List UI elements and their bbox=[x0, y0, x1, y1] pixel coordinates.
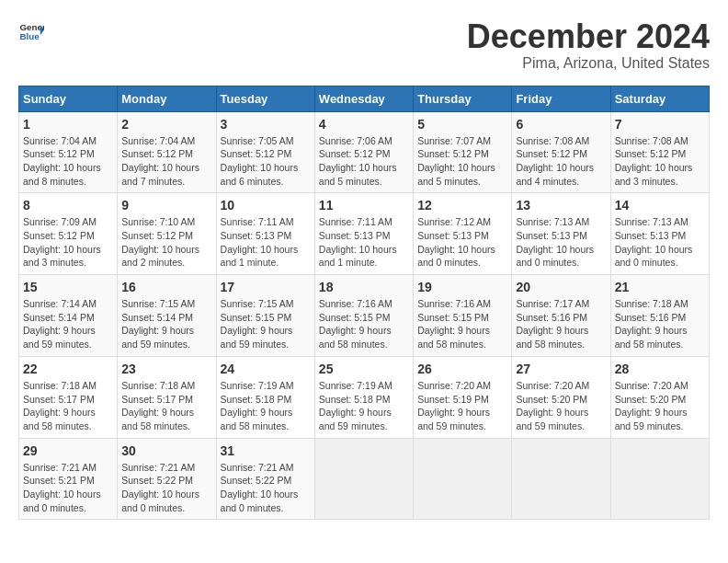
day-info: Sunrise: 7:19 AMSunset: 5:18 PMDaylight:… bbox=[319, 379, 409, 433]
day-info: Sunrise: 7:19 AMSunset: 5:18 PMDaylight:… bbox=[221, 379, 311, 433]
day-info: Sunrise: 7:21 AMSunset: 5:22 PMDaylight:… bbox=[221, 461, 311, 515]
table-row: 9Sunrise: 7:10 AMSunset: 5:12 PMDaylight… bbox=[118, 193, 216, 275]
day-info: Sunrise: 7:18 AMSunset: 5:17 PMDaylight:… bbox=[121, 379, 211, 433]
calendar-week-row: 15Sunrise: 7:14 AMSunset: 5:14 PMDayligh… bbox=[19, 275, 710, 357]
day-info: Sunrise: 7:13 AMSunset: 5:13 PMDaylight:… bbox=[615, 215, 705, 270]
table-row: 2Sunrise: 7:04 AMSunset: 5:12 PMDaylight… bbox=[118, 111, 216, 193]
calendar-week-row: 8Sunrise: 7:09 AMSunset: 5:12 PMDaylight… bbox=[19, 193, 710, 275]
table-row: 19Sunrise: 7:16 AMSunset: 5:15 PMDayligh… bbox=[414, 275, 512, 357]
calendar-table: Sunday Monday Tuesday Wednesday Thursday… bbox=[18, 86, 710, 521]
table-row: 14Sunrise: 7:13 AMSunset: 5:13 PMDayligh… bbox=[610, 193, 709, 275]
day-info: Sunrise: 7:21 AMSunset: 5:22 PMDaylight:… bbox=[121, 461, 211, 515]
location-subtitle: Pima, Arizona, United States bbox=[467, 55, 710, 72]
header: General Blue December 2024 Pima, Arizona… bbox=[18, 18, 710, 72]
day-number: 20 bbox=[516, 280, 606, 294]
day-number: 14 bbox=[615, 198, 705, 213]
header-sunday: Sunday bbox=[19, 86, 118, 111]
month-title: December 2024 bbox=[467, 18, 710, 55]
day-info: Sunrise: 7:08 AMSunset: 5:12 PMDaylight:… bbox=[516, 134, 606, 189]
header-thursday: Thursday bbox=[414, 86, 512, 111]
day-number: 26 bbox=[417, 362, 507, 376]
header-saturday: Saturday bbox=[610, 86, 709, 111]
day-info: Sunrise: 7:06 AMSunset: 5:12 PMDaylight:… bbox=[319, 134, 409, 189]
day-info: Sunrise: 7:11 AMSunset: 5:13 PMDaylight:… bbox=[319, 215, 409, 270]
table-row: 12Sunrise: 7:12 AMSunset: 5:13 PMDayligh… bbox=[414, 193, 512, 275]
table-row: 7Sunrise: 7:08 AMSunset: 5:12 PMDaylight… bbox=[610, 111, 709, 193]
day-info: Sunrise: 7:18 AMSunset: 5:17 PMDaylight:… bbox=[23, 379, 113, 433]
day-number: 12 bbox=[417, 198, 507, 213]
day-info: Sunrise: 7:20 AMSunset: 5:19 PMDaylight:… bbox=[417, 379, 507, 433]
day-info: Sunrise: 7:16 AMSunset: 5:15 PMDaylight:… bbox=[417, 297, 507, 351]
table-row: 16Sunrise: 7:15 AMSunset: 5:14 PMDayligh… bbox=[118, 275, 216, 357]
table-row: 24Sunrise: 7:19 AMSunset: 5:18 PMDayligh… bbox=[216, 356, 314, 438]
day-info: Sunrise: 7:14 AMSunset: 5:14 PMDaylight:… bbox=[23, 297, 113, 351]
table-row: 31Sunrise: 7:21 AMSunset: 5:22 PMDayligh… bbox=[216, 438, 314, 520]
calendar-week-row: 1Sunrise: 7:04 AMSunset: 5:12 PMDaylight… bbox=[19, 111, 710, 193]
table-row: 29Sunrise: 7:21 AMSunset: 5:21 PMDayligh… bbox=[19, 438, 118, 520]
day-number: 6 bbox=[516, 117, 606, 132]
day-number: 9 bbox=[121, 198, 211, 213]
header-friday: Friday bbox=[512, 86, 610, 111]
day-number: 22 bbox=[23, 362, 113, 376]
table-row: 27Sunrise: 7:20 AMSunset: 5:20 PMDayligh… bbox=[512, 356, 610, 438]
day-number: 10 bbox=[221, 198, 311, 213]
day-number: 11 bbox=[319, 198, 409, 213]
day-number: 15 bbox=[23, 280, 113, 294]
day-number: 5 bbox=[417, 117, 507, 132]
day-info: Sunrise: 7:09 AMSunset: 5:12 PMDaylight:… bbox=[23, 215, 113, 270]
day-number: 30 bbox=[121, 443, 211, 458]
day-info: Sunrise: 7:15 AMSunset: 5:15 PMDaylight:… bbox=[221, 297, 311, 351]
day-number: 23 bbox=[121, 362, 211, 376]
table-row: 4Sunrise: 7:06 AMSunset: 5:12 PMDaylight… bbox=[314, 111, 413, 193]
day-info: Sunrise: 7:11 AMSunset: 5:13 PMDaylight:… bbox=[221, 215, 311, 270]
day-number: 24 bbox=[221, 362, 311, 376]
header-monday: Monday bbox=[118, 86, 216, 111]
table-row: 22Sunrise: 7:18 AMSunset: 5:17 PMDayligh… bbox=[19, 356, 118, 438]
day-info: Sunrise: 7:07 AMSunset: 5:12 PMDaylight:… bbox=[417, 134, 507, 189]
table-row: 6Sunrise: 7:08 AMSunset: 5:12 PMDaylight… bbox=[512, 111, 610, 193]
day-number: 21 bbox=[615, 280, 705, 294]
table-row: 11Sunrise: 7:11 AMSunset: 5:13 PMDayligh… bbox=[314, 193, 413, 275]
day-info: Sunrise: 7:04 AMSunset: 5:12 PMDaylight:… bbox=[23, 134, 113, 189]
day-info: Sunrise: 7:13 AMSunset: 5:13 PMDaylight:… bbox=[516, 215, 606, 270]
day-number: 13 bbox=[516, 198, 606, 213]
day-number: 16 bbox=[121, 280, 211, 294]
calendar-header-row: Sunday Monday Tuesday Wednesday Thursday… bbox=[19, 86, 710, 111]
table-row bbox=[512, 438, 610, 520]
day-info: Sunrise: 7:04 AMSunset: 5:12 PMDaylight:… bbox=[121, 134, 211, 189]
day-info: Sunrise: 7:18 AMSunset: 5:16 PMDaylight:… bbox=[615, 297, 705, 351]
table-row: 26Sunrise: 7:20 AMSunset: 5:19 PMDayligh… bbox=[414, 356, 512, 438]
calendar-week-row: 22Sunrise: 7:18 AMSunset: 5:17 PMDayligh… bbox=[19, 356, 710, 438]
day-number: 19 bbox=[417, 280, 507, 294]
day-info: Sunrise: 7:17 AMSunset: 5:16 PMDaylight:… bbox=[516, 297, 606, 351]
table-row bbox=[414, 438, 512, 520]
day-info: Sunrise: 7:15 AMSunset: 5:14 PMDaylight:… bbox=[121, 297, 211, 351]
day-number: 17 bbox=[221, 280, 311, 294]
table-row: 5Sunrise: 7:07 AMSunset: 5:12 PMDaylight… bbox=[414, 111, 512, 193]
day-number: 27 bbox=[516, 362, 606, 376]
table-row: 13Sunrise: 7:13 AMSunset: 5:13 PMDayligh… bbox=[512, 193, 610, 275]
day-info: Sunrise: 7:20 AMSunset: 5:20 PMDaylight:… bbox=[615, 379, 705, 433]
day-info: Sunrise: 7:20 AMSunset: 5:20 PMDaylight:… bbox=[516, 379, 606, 433]
svg-text:Blue: Blue bbox=[19, 31, 40, 41]
day-number: 29 bbox=[23, 443, 113, 458]
day-info: Sunrise: 7:12 AMSunset: 5:13 PMDaylight:… bbox=[417, 215, 507, 270]
table-row: 21Sunrise: 7:18 AMSunset: 5:16 PMDayligh… bbox=[610, 275, 709, 357]
table-row: 20Sunrise: 7:17 AMSunset: 5:16 PMDayligh… bbox=[512, 275, 610, 357]
day-number: 4 bbox=[319, 117, 409, 132]
day-number: 7 bbox=[615, 117, 705, 132]
day-number: 8 bbox=[23, 198, 113, 213]
day-info: Sunrise: 7:08 AMSunset: 5:12 PMDaylight:… bbox=[615, 134, 705, 189]
day-number: 2 bbox=[121, 117, 211, 132]
day-number: 28 bbox=[615, 362, 705, 376]
table-row: 8Sunrise: 7:09 AMSunset: 5:12 PMDaylight… bbox=[19, 193, 118, 275]
table-row: 15Sunrise: 7:14 AMSunset: 5:14 PMDayligh… bbox=[19, 275, 118, 357]
day-number: 1 bbox=[23, 117, 113, 132]
header-wednesday: Wednesday bbox=[314, 86, 413, 111]
table-row bbox=[610, 438, 709, 520]
logo-icon: General Blue bbox=[18, 18, 44, 44]
table-row: 28Sunrise: 7:20 AMSunset: 5:20 PMDayligh… bbox=[610, 356, 709, 438]
day-number: 18 bbox=[319, 280, 409, 294]
day-info: Sunrise: 7:21 AMSunset: 5:21 PMDaylight:… bbox=[23, 461, 113, 515]
day-info: Sunrise: 7:16 AMSunset: 5:15 PMDaylight:… bbox=[319, 297, 409, 351]
